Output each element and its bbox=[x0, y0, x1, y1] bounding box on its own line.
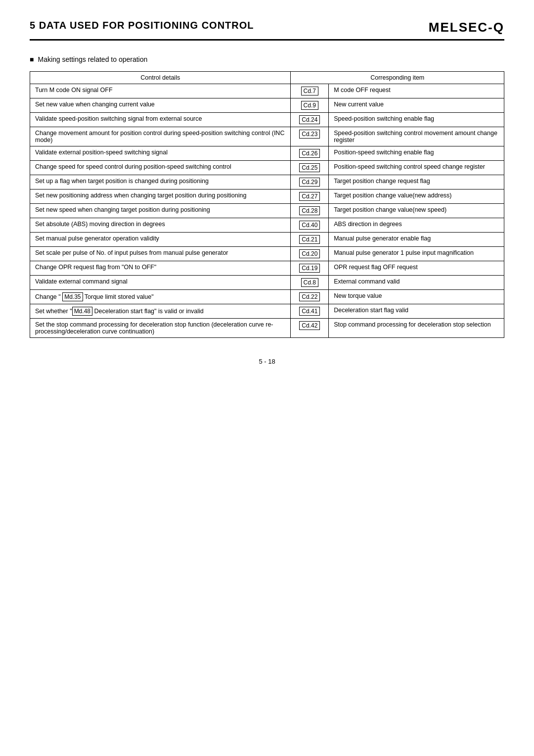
code-box: Cd.24 bbox=[299, 115, 320, 124]
table-cell-code: Cd.27 bbox=[291, 189, 329, 204]
chapter-title: 5 DATA USED FOR POSITIONING CONTROL bbox=[30, 20, 254, 31]
table-cell-detail: Set the stop command processing for dece… bbox=[30, 319, 291, 338]
md-reference: Md.48 bbox=[72, 307, 92, 316]
table-cell-item: OPR request flag OFF request bbox=[329, 261, 504, 276]
table-cell-item: Stop command processing for deceleration… bbox=[329, 319, 504, 338]
section-heading-text: Making settings related to operation bbox=[38, 55, 147, 63]
table-row: Change OPR request flag from "ON to OFF"… bbox=[30, 261, 504, 276]
table-cell-detail: Turn M code ON signal OFF bbox=[30, 84, 291, 98]
table-cell-detail: Change movement amount for position cont… bbox=[30, 127, 291, 146]
main-table: Control details Corresponding item Turn … bbox=[30, 71, 504, 338]
table-row: Set the stop command processing for dece… bbox=[30, 319, 504, 338]
brand-title: MELSEC-Q bbox=[429, 20, 504, 35]
code-box: Cd.9 bbox=[301, 101, 318, 110]
table-cell-detail: Change OPR request flag from "ON to OFF" bbox=[30, 261, 291, 276]
table-row: Set up a flag when target position is ch… bbox=[30, 175, 504, 189]
md-reference: Md.35 bbox=[62, 292, 83, 301]
table-cell-item: Deceleration start flag valid bbox=[329, 304, 504, 319]
table-cell-code: Cd.8 bbox=[291, 276, 329, 290]
table-cell-detail: Set manual pulse generator operation val… bbox=[30, 233, 291, 247]
table-row: Turn M code ON signal OFFCd.7M code OFF … bbox=[30, 84, 504, 98]
table-cell-detail: Set whether "Md.48 Deceleration start fl… bbox=[30, 304, 291, 319]
code-box: Cd.23 bbox=[299, 130, 320, 139]
col2-header: Corresponding item bbox=[291, 72, 504, 84]
code-box: Cd.20 bbox=[299, 249, 320, 258]
table-cell-detail: Set new speed when changing target posit… bbox=[30, 204, 291, 218]
code-box: Cd.25 bbox=[299, 163, 320, 172]
table-cell-detail: Validate external command signal bbox=[30, 276, 291, 290]
table-cell-code: Cd.29 bbox=[291, 175, 329, 189]
col1-header: Control details bbox=[30, 72, 291, 84]
code-box: Cd.7 bbox=[301, 87, 318, 95]
table-cell-item: External command valid bbox=[329, 276, 504, 290]
table-row: Change speed for speed control during po… bbox=[30, 161, 504, 175]
table-cell-code: Cd.42 bbox=[291, 319, 329, 338]
page-header: 5 DATA USED FOR POSITIONING CONTROL MELS… bbox=[30, 20, 504, 41]
table-cell-code: Cd.22 bbox=[291, 290, 329, 304]
code-box: Cd.27 bbox=[299, 192, 320, 201]
table-cell-item: Speed-position switching enable flag bbox=[329, 113, 504, 127]
code-box: Cd.21 bbox=[299, 235, 320, 244]
table-cell-detail: Change " Md.35 Torque limit stored value… bbox=[30, 290, 291, 304]
table-cell-item: Target position change value(new address… bbox=[329, 189, 504, 204]
table-cell-code: Cd.9 bbox=[291, 98, 329, 113]
table-row: Set new positioning address when changin… bbox=[30, 189, 504, 204]
code-box: Cd.42 bbox=[299, 321, 320, 330]
table-cell-detail: Set up a flag when target position is ch… bbox=[30, 175, 291, 189]
table-row: Set scale per pulse of No. of input puls… bbox=[30, 247, 504, 261]
table-cell-code: Cd.41 bbox=[291, 304, 329, 319]
table-cell-detail: Set new positioning address when changin… bbox=[30, 189, 291, 204]
table-row: Validate external position-speed switchi… bbox=[30, 146, 504, 161]
code-box: Cd.29 bbox=[299, 178, 320, 187]
table-cell-code: Cd.24 bbox=[291, 113, 329, 127]
table-row: Validate speed-position switching signal… bbox=[30, 113, 504, 127]
table-cell-detail: Set absolute (ABS) moving direction in d… bbox=[30, 218, 291, 233]
table-cell-item: Manual pulse generator enable flag bbox=[329, 233, 504, 247]
code-box: Cd.22 bbox=[299, 292, 320, 301]
table-cell-detail: Validate external position-speed switchi… bbox=[30, 146, 291, 161]
section-heading: Making settings related to operation bbox=[30, 55, 504, 63]
code-box: Cd.26 bbox=[299, 149, 320, 158]
table-cell-detail: Set new value when changing current valu… bbox=[30, 98, 291, 113]
table-cell-code: Cd.26 bbox=[291, 146, 329, 161]
code-box: Cd.40 bbox=[299, 221, 320, 230]
table-cell-detail: Validate speed-position switching signal… bbox=[30, 113, 291, 127]
page-footer: 5 - 18 bbox=[30, 358, 504, 365]
code-box: Cd.19 bbox=[299, 264, 320, 273]
table-cell-item: Manual pulse generator 1 pulse input mag… bbox=[329, 247, 504, 261]
table-cell-detail: Change speed for speed control during po… bbox=[30, 161, 291, 175]
table-cell-item: ABS direction in degrees bbox=[329, 218, 504, 233]
table-cell-code: Cd.28 bbox=[291, 204, 329, 218]
table-row: Set new speed when changing target posit… bbox=[30, 204, 504, 218]
table-cell-code: Cd.20 bbox=[291, 247, 329, 261]
code-box: Cd.41 bbox=[299, 307, 320, 316]
table-cell-code: Cd.23 bbox=[291, 127, 329, 146]
table-row: Set manual pulse generator operation val… bbox=[30, 233, 504, 247]
table-cell-detail: Set scale per pulse of No. of input puls… bbox=[30, 247, 291, 261]
table-cell-item: Target position change request flag bbox=[329, 175, 504, 189]
table-cell-code: Cd.21 bbox=[291, 233, 329, 247]
table-cell-item: Speed-position switching control movemen… bbox=[329, 127, 504, 146]
table-cell-code: Cd.7 bbox=[291, 84, 329, 98]
table-row: Validate external command signalCd.8Exte… bbox=[30, 276, 504, 290]
table-cell-item: New current value bbox=[329, 98, 504, 113]
table-cell-item: New torque value bbox=[329, 290, 504, 304]
table-cell-code: Cd.25 bbox=[291, 161, 329, 175]
table-cell-item: Position-speed switching enable flag bbox=[329, 146, 504, 161]
table-row: Change " Md.35 Torque limit stored value… bbox=[30, 290, 504, 304]
table-row: Set whether "Md.48 Deceleration start fl… bbox=[30, 304, 504, 319]
code-box: Cd.28 bbox=[299, 206, 320, 215]
table-row: Set new value when changing current valu… bbox=[30, 98, 504, 113]
table-row: Set absolute (ABS) moving direction in d… bbox=[30, 218, 504, 233]
table-cell-code: Cd.19 bbox=[291, 261, 329, 276]
table-cell-code: Cd.40 bbox=[291, 218, 329, 233]
table-cell-item: M code OFF request bbox=[329, 84, 504, 98]
table-cell-item: Target position change value(new speed) bbox=[329, 204, 504, 218]
code-box: Cd.8 bbox=[301, 278, 318, 287]
table-cell-item: Position-speed switching control speed c… bbox=[329, 161, 504, 175]
page-number: 5 - 18 bbox=[259, 358, 275, 365]
table-row: Change movement amount for position cont… bbox=[30, 127, 504, 146]
